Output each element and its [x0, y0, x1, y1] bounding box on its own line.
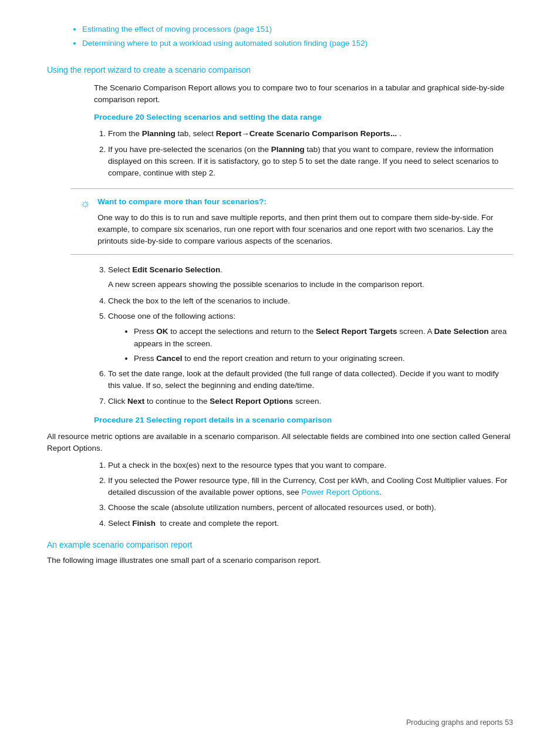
proc21-step-1: Put a check in the box(es) next to the r… — [108, 460, 513, 471]
step5-sub-bullets: Press OK to accept the selections and re… — [120, 326, 513, 364]
bullet-item-1: Estimating the effect of moving processo… — [82, 23, 513, 35]
proc21-intro: All resource metric options are availabl… — [47, 431, 513, 455]
example-heading: An example scenario comparison report — [47, 539, 513, 551]
power-report-options-link[interactable]: Power Report Options — [301, 488, 379, 497]
bullet-link-2[interactable]: Determining where to put a workload usin… — [82, 39, 367, 48]
proc20-steps-cont: Select Edit Scenario Selection. A new sc… — [94, 264, 513, 407]
tip-icon: ☼ — [80, 197, 90, 209]
step5-bullet-1: Press OK to accept the selections and re… — [134, 326, 513, 350]
proc20-heading: Procedure 20 Selecting scenarios and set… — [94, 112, 513, 123]
proc20-step-3: Select Edit Scenario Selection. A new sc… — [108, 264, 513, 291]
bullet-link-1[interactable]: Estimating the effect of moving processo… — [82, 25, 272, 33]
tip-text: One way to do this is to run and save mu… — [97, 212, 504, 248]
proc20-step-5: Choose one of the following actions: Pre… — [108, 310, 513, 364]
bold-edit-scenario: Edit Scenario Selection — [132, 265, 220, 274]
bold-date-selection: Date Selection — [434, 327, 489, 336]
proc21-step-2: If you selected the Power resource type,… — [108, 475, 513, 499]
proc20-step-4: Check the box to the left of the scenari… — [108, 295, 513, 307]
step5-bullet-2: Press Cancel to end the report creation … — [134, 353, 513, 364]
section-heading: Using the report wizard to create a scen… — [47, 64, 513, 76]
bold-next: Next — [127, 397, 144, 406]
proc20-step-1: From the Planning tab, select Report→Cre… — [108, 128, 513, 140]
proc21-heading: Procedure 21 Selecting report details in… — [94, 414, 513, 426]
bold-report: Report — [216, 129, 242, 138]
bold-planning-2: Planning — [271, 145, 305, 154]
bold-finish: Finish — [132, 519, 156, 528]
arrow-icon: → — [241, 129, 249, 138]
page: Estimating the effect of moving processo… — [0, 0, 560, 746]
proc20-step-7: Click Next to continue to the Select Rep… — [108, 396, 513, 407]
proc20-step-6: To set the date range, look at the defau… — [108, 368, 513, 392]
bullet-item-2: Determining where to put a workload usin… — [82, 38, 513, 49]
proc21-step-4: Select Finish to create and complete the… — [108, 518, 513, 529]
footer: Producing graphs and reports 53 — [406, 717, 513, 728]
bold-ok: OK — [156, 327, 168, 336]
proc20-step-2: If you have pre-selected the scenarios (… — [108, 144, 513, 180]
top-bullets-list: Estimating the effect of moving processo… — [82, 23, 513, 50]
proc20-steps-initial: From the Planning tab, select Report→Cre… — [94, 128, 513, 179]
bold-select-report-options: Select Report Options — [210, 397, 293, 406]
tip-title: Want to compare more than four scenarios… — [97, 196, 504, 208]
proc21-steps: Put a check in the box(es) next to the r… — [94, 460, 513, 529]
example-para: The following image illustrates one smal… — [47, 555, 513, 566]
bold-create-scenario: Create Scenario Comparison Reports... — [249, 129, 397, 138]
bold-select-report-targets: Select Report Targets — [316, 327, 397, 336]
proc21-step-3: Choose the scale (absolute utilization n… — [108, 502, 513, 514]
bold-cancel: Cancel — [156, 354, 182, 363]
bold-planning: Planning — [142, 129, 176, 138]
proc20-step-3-sub: A new screen appears showing the possibl… — [108, 279, 513, 291]
tip-box: ☼ Want to compare more than four scenari… — [70, 188, 513, 255]
intro-para: The Scenario Comparison Report allows yo… — [94, 82, 513, 106]
tip-content: Want to compare more than four scenarios… — [97, 196, 504, 247]
